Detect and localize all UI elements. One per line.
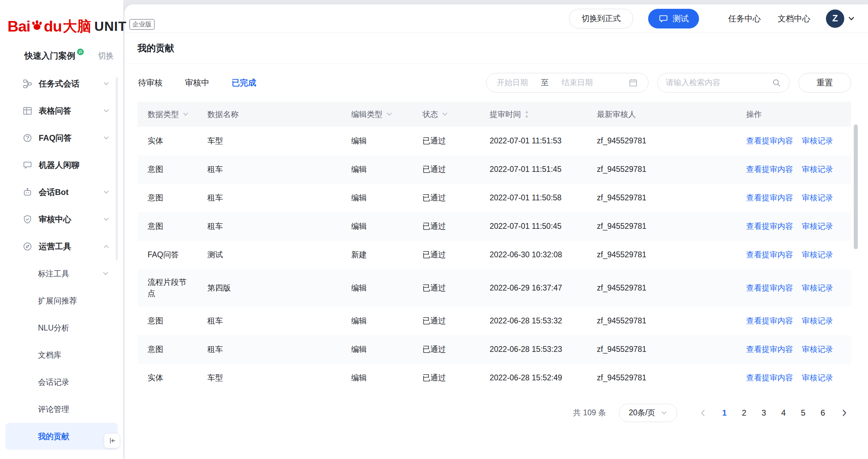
test-button-label: 测试	[673, 13, 689, 24]
page-number-1[interactable]: 1	[715, 405, 734, 421]
cell-data-name: 租车	[197, 156, 341, 182]
sidebar-item-label: NLU分析	[38, 323, 69, 333]
end-date-placeholder[interactable]: 结束日期	[562, 77, 593, 88]
page-number-6[interactable]: 6	[813, 405, 833, 421]
sidebar-item-annotation-tools[interactable]: 标注工具	[5, 260, 118, 287]
view-submission-link[interactable]: 查看提审内容	[746, 249, 793, 260]
page-number-3[interactable]: 3	[754, 405, 774, 421]
column-header-edit-type[interactable]: 编辑类型	[341, 109, 412, 120]
sidebar-item-question-expansion[interactable]: 扩展问推荐	[5, 287, 118, 314]
date-range-to-label: 至	[541, 77, 549, 88]
page-header: 我的贡献	[125, 33, 868, 64]
baidu-logo-text-du: du	[44, 18, 62, 35]
sidebar-item-ops-tools[interactable]: 运营工具	[0, 233, 123, 260]
column-header-actions: 操作	[736, 109, 851, 120]
cell-edit-type: 编辑	[341, 275, 412, 301]
view-submission-link[interactable]: 查看提审内容	[746, 315, 793, 326]
tab-completed[interactable]: 已完成	[232, 77, 256, 88]
search-box[interactable]	[657, 73, 790, 93]
review-record-link[interactable]: 审核记录	[802, 135, 833, 146]
cell-data-name: 第四版	[197, 275, 341, 301]
sidebar-item-label: 标注工具	[38, 268, 69, 279]
sidebar-item-doc-library[interactable]: 文档库	[5, 341, 118, 368]
tab-pending[interactable]: 待审核	[138, 77, 163, 88]
topbar: 切换到正式 测试 任务中心 文档中心 Z	[125, 4, 868, 33]
sidebar-item-nlu-analysis[interactable]: NLU分析	[5, 314, 118, 341]
sidebar-collapse-button[interactable]	[104, 433, 120, 448]
edition-badge: 企业版	[129, 19, 155, 30]
filter-chevron-icon[interactable]	[182, 111, 189, 118]
next-page-button[interactable]	[837, 406, 851, 420]
view-submission-link[interactable]: 查看提审内容	[746, 344, 793, 355]
table-qa-icon	[22, 106, 33, 116]
column-label: 操作	[746, 109, 762, 120]
view-submission-link[interactable]: 查看提审内容	[746, 135, 793, 146]
cell-actions: 查看提审内容审核记录	[736, 128, 851, 154]
page-size-select[interactable]: 20条/页	[619, 404, 677, 422]
reset-button[interactable]: 重置	[798, 73, 851, 93]
chevron-down-icon	[103, 189, 110, 196]
cell-edit-type: 编辑	[341, 336, 412, 362]
page-number-2[interactable]: 2	[734, 405, 754, 421]
sidebar-item-chitchat[interactable]: 机器人闲聊	[0, 152, 123, 179]
page-number-4[interactable]: 4	[774, 405, 793, 421]
view-submission-link[interactable]: 查看提审内容	[746, 282, 793, 294]
doc-center-link[interactable]: 文档中心	[778, 13, 810, 24]
prev-page-button[interactable]	[696, 406, 710, 420]
chevron-right-icon	[840, 409, 848, 417]
column-header-submit-time[interactable]: 提审时间	[479, 109, 587, 120]
workspace-row: 快速入门案例 切换	[0, 36, 123, 61]
date-range-input[interactable]: 开始日期 至 结束日期	[486, 73, 648, 93]
cell-edit-type: 编辑	[341, 156, 412, 182]
column-header-status[interactable]: 状态	[412, 109, 479, 120]
sort-icon[interactable]	[524, 110, 529, 119]
sidebar-item-faq-qa[interactable]: FAQ问答	[0, 124, 123, 152]
sidebar-item-comment-management[interactable]: 评论管理	[5, 396, 118, 423]
column-header-data-type[interactable]: 数据类型	[137, 109, 197, 120]
sidebar-item-label: 运营工具	[39, 241, 71, 252]
sidebar-item-session-records[interactable]: 会话记录	[5, 368, 118, 396]
sidebar-item-my-contributions[interactable]: 我的贡献	[5, 423, 118, 450]
sidebar-item-review-center[interactable]: 审核中心	[0, 206, 123, 233]
bot-icon	[22, 187, 33, 197]
review-record-link[interactable]: 审核记录	[802, 315, 833, 326]
chevron-up-icon	[103, 243, 110, 250]
dialog-flow-icon	[22, 79, 33, 89]
review-record-link[interactable]: 审核记录	[802, 164, 833, 175]
filter-chevron-icon[interactable]	[386, 111, 393, 118]
cell-actions: 查看提审内容审核记录	[736, 308, 851, 334]
cell-reviewer: zf_945529781	[587, 213, 736, 239]
cell-status: 已通过	[412, 185, 479, 211]
user-menu[interactable]: Z	[826, 9, 855, 28]
sidebar-item-table-qa[interactable]: 表格问答	[0, 97, 123, 124]
cell-data-type: 实体	[137, 365, 197, 391]
workspace-switch-link[interactable]: 切换	[98, 51, 114, 61]
sidebar-scrollbar-thumb[interactable]	[116, 77, 118, 260]
page-number-5[interactable]: 5	[793, 405, 813, 421]
view-submission-link[interactable]: 查看提审内容	[746, 372, 793, 383]
view-submission-link[interactable]: 查看提审内容	[746, 192, 793, 203]
search-input[interactable]	[666, 78, 769, 87]
test-button[interactable]: 测试	[648, 9, 699, 28]
ops-icon	[22, 241, 33, 252]
review-record-link[interactable]: 审核记录	[802, 344, 833, 355]
start-date-placeholder[interactable]: 开始日期	[497, 77, 528, 88]
tab-in-review[interactable]: 审核中	[185, 77, 209, 88]
switch-to-production-button[interactable]: 切换到正式	[569, 9, 633, 28]
review-record-link[interactable]: 审核记录	[802, 221, 833, 232]
review-record-link[interactable]: 审核记录	[802, 249, 833, 260]
view-submission-link[interactable]: 查看提审内容	[746, 221, 793, 232]
sidebar-item-task-dialog[interactable]: 任务式会话	[0, 70, 123, 97]
review-record-link[interactable]: 审核记录	[802, 282, 833, 294]
task-center-link[interactable]: 任务中心	[728, 13, 761, 24]
avatar[interactable]: Z	[826, 9, 844, 28]
brand-logo: Bai du 大脑 UNIT 企业版	[0, 0, 123, 36]
view-submission-link[interactable]: 查看提审内容	[746, 164, 793, 175]
review-record-link[interactable]: 审核记录	[802, 372, 833, 383]
sidebar-item-label: FAQ问答	[39, 133, 72, 143]
main-scrollbar-thumb[interactable]	[854, 124, 858, 249]
search-icon[interactable]	[772, 78, 781, 87]
filter-chevron-icon[interactable]	[441, 111, 448, 118]
sidebar-item-dialog-bot[interactable]: 会话Bot	[0, 179, 123, 206]
review-record-link[interactable]: 审核记录	[802, 192, 833, 203]
